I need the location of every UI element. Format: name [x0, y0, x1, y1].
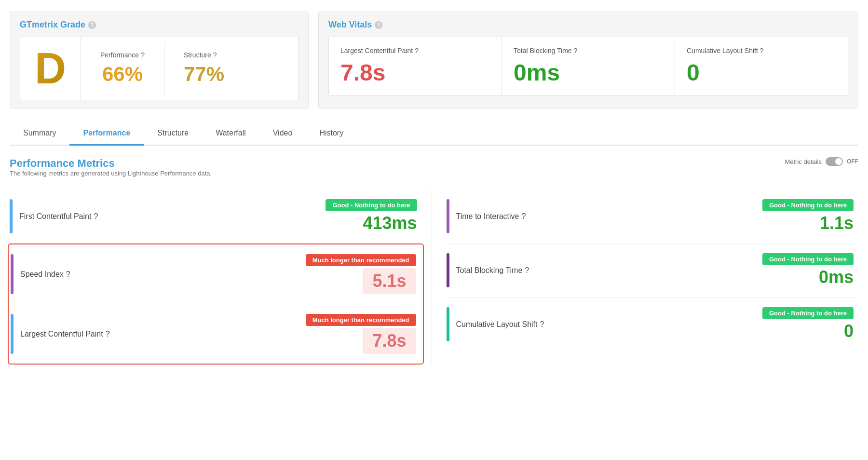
tti-value: 1.1s: [820, 213, 854, 233]
page-wrapper: GTmetrix Grade ? D Performance ? 66%: [0, 0, 868, 376]
si-value: 5.1s: [363, 268, 416, 294]
metric-fcp: First Contentful Paint ? Good - Nothing …: [10, 189, 422, 244]
performance-label: Performance ?: [100, 51, 145, 59]
col-left: First Contentful Paint ? Good - Nothing …: [10, 189, 432, 365]
top-section: GTmetrix Grade ? D Performance ? 66%: [10, 12, 858, 108]
vital-lcp: Largest Contentful Paint ? 7.8s: [329, 37, 502, 95]
fcp-name: First Contentful Paint ?: [19, 212, 98, 221]
structure-value: 77%: [184, 63, 224, 86]
fcp-badge: Good - Nothing to do here: [326, 199, 417, 211]
metric-cls: Cumulative Layout Shift ? Good - Nothing…: [447, 298, 859, 351]
cls-help[interactable]: ?: [540, 320, 544, 329]
si-badge: Much longer than recommended: [306, 254, 416, 266]
tabs-section: Summary Performance Structure Waterfall …: [10, 122, 858, 146]
performance-metrics-section: Performance Metrics The following metric…: [10, 157, 858, 365]
vital-cls: Cumulative Layout Shift ? 0: [675, 37, 848, 95]
cls-value: 0: [844, 321, 854, 341]
si-name: Speed Index ?: [20, 270, 70, 279]
gtmetrix-grade-card: GTmetrix Grade ? D Performance ? 66%: [10, 12, 309, 108]
cls-right: Good - Nothing to do here 0: [762, 307, 854, 341]
vital-tbt: Total Blocking Time ? 0ms: [502, 37, 675, 95]
section-title: Performance Metrics The following metric…: [10, 157, 212, 187]
gtmetrix-help-icon[interactable]: ?: [88, 21, 96, 29]
tti-help[interactable]: ?: [522, 212, 526, 221]
grade-letter: D: [35, 47, 66, 90]
toggle-state: OFF: [847, 158, 858, 165]
lcp-name: Largest Contentful Paint ?: [20, 330, 110, 338]
metrics-two-col: First Contentful Paint ? Good - Nothing …: [10, 189, 858, 365]
webvitals-help-icon[interactable]: ?: [375, 21, 382, 29]
grade-letter-box: D: [20, 37, 81, 100]
col-right: Time to Interactive ? Good - Nothing to …: [432, 189, 859, 365]
tab-summary[interactable]: Summary: [10, 122, 69, 146]
lcp-bar: [11, 314, 14, 354]
structure-label: Structure ?: [184, 51, 224, 59]
si-right: Much longer than recommended 5.1s: [306, 254, 416, 294]
webvitals-card: Web Vitals ? Largest Contentful Paint ? …: [318, 12, 858, 108]
tbt-help[interactable]: ?: [525, 266, 529, 275]
grade-metrics: Performance ? 66% Structure ? 77%: [81, 41, 244, 95]
webvitals-title-text: Web Vitals: [328, 20, 372, 30]
fcp-value: 413ms: [363, 213, 417, 233]
tab-waterfall[interactable]: Waterfall: [202, 122, 259, 146]
lcp-body: Largest Contentful Paint ? Much longer t…: [20, 314, 421, 354]
tbt-value: 0ms: [819, 267, 854, 287]
fcp-bar: [10, 199, 13, 233]
metric-details-toggle[interactable]: Metric details OFF: [785, 157, 858, 166]
tti-name: Time to Interactive ?: [456, 212, 526, 221]
performance-subtitle: The following metrics are generated usin…: [10, 170, 212, 177]
si-bar: [11, 254, 14, 294]
cls-body: Cumulative Layout Shift ? Good - Nothing…: [456, 307, 859, 341]
tti-right: Good - Nothing to do here 1.1s: [762, 199, 854, 233]
performance-metric: Performance ? 66%: [81, 41, 164, 95]
structure-help-icon[interactable]: ?: [213, 51, 217, 59]
vital-tbt-help[interactable]: ?: [574, 47, 578, 54]
lcp-right: Much longer than recommended 7.8s: [306, 314, 416, 354]
performance-title: Performance Metrics: [10, 157, 212, 170]
tbt-name: Total Blocking Time ?: [456, 266, 529, 275]
vital-lcp-value: 7.8s: [340, 59, 490, 86]
gtmetrix-inner: D Performance ? 66% Structure ?: [20, 37, 298, 100]
lcp-badge: Much longer than recommended: [306, 314, 416, 326]
tti-bar: [447, 199, 449, 233]
structure-metric: Structure ? 77%: [164, 41, 244, 95]
tab-performance[interactable]: Performance: [69, 122, 144, 146]
si-help[interactable]: ?: [66, 270, 70, 279]
performance-help-icon[interactable]: ?: [141, 51, 145, 59]
toggle-switch[interactable]: [826, 157, 843, 166]
tab-video[interactable]: Video: [259, 122, 306, 146]
fcp-help[interactable]: ?: [94, 212, 98, 221]
tti-body: Time to Interactive ? Good - Nothing to …: [456, 199, 859, 233]
cls-badge: Good - Nothing to do here: [762, 307, 854, 319]
tab-history[interactable]: History: [306, 122, 357, 146]
metric-speed-index: Speed Index ? Much longer than recommend…: [11, 244, 421, 304]
tab-structure[interactable]: Structure: [144, 122, 202, 146]
vital-cls-label: Cumulative Layout Shift ?: [687, 47, 836, 54]
metric-tti: Time to Interactive ? Good - Nothing to …: [447, 189, 859, 244]
metric-tbt: Total Blocking Time ? Good - Nothing to …: [447, 244, 859, 298]
toggle-label: Metric details: [785, 158, 822, 165]
tbt-bar: [447, 253, 449, 287]
vital-cls-value: 0: [687, 59, 836, 86]
performance-value: 66%: [100, 63, 145, 86]
tbt-right: Good - Nothing to do here 0ms: [762, 253, 854, 287]
lcp-help[interactable]: ?: [106, 330, 110, 338]
tbt-badge: Good - Nothing to do here: [762, 253, 854, 265]
tti-badge: Good - Nothing to do here: [762, 199, 854, 211]
lcp-value: 7.8s: [363, 328, 416, 354]
cls-bar: [447, 307, 449, 341]
gtmetrix-title-text: GTmetrix Grade: [20, 20, 85, 30]
metrics-header: Performance Metrics The following metric…: [10, 157, 858, 187]
vital-cls-help[interactable]: ?: [760, 47, 764, 54]
vital-lcp-help[interactable]: ?: [415, 47, 419, 54]
vital-tbt-label: Total Blocking Time ?: [514, 47, 663, 54]
webvitals-title: Web Vitals ?: [328, 20, 848, 30]
fcp-body: First Contentful Paint ? Good - Nothing …: [19, 199, 422, 233]
outlined-group: Speed Index ? Much longer than recommend…: [8, 244, 424, 365]
si-body: Speed Index ? Much longer than recommend…: [20, 254, 421, 294]
metric-lcp-left: Largest Contentful Paint ? Much longer t…: [11, 304, 421, 364]
cls-name: Cumulative Layout Shift ?: [456, 320, 544, 329]
vital-tbt-value: 0ms: [514, 59, 663, 86]
fcp-right: Good - Nothing to do here 413ms: [326, 199, 417, 233]
gtmetrix-title: GTmetrix Grade ?: [20, 20, 298, 30]
